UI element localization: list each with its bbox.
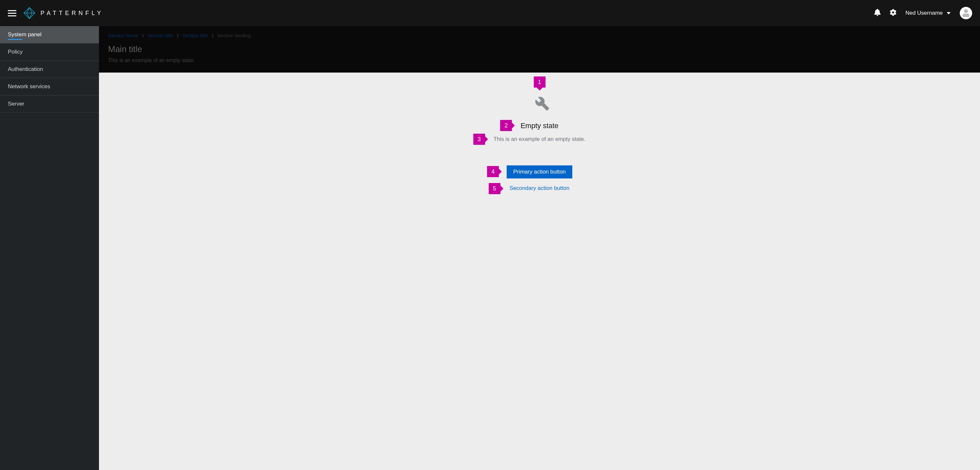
masthead-left: PATTERNFLY bbox=[8, 6, 103, 20]
sidebar-item-system-panel[interactable]: System panel bbox=[0, 26, 99, 43]
page-header: Section home ❯ Section title ❯ Section t… bbox=[99, 26, 980, 73]
callout-1: 1 bbox=[534, 76, 546, 88]
brand-name: PATTERNFLY bbox=[40, 10, 103, 17]
breadcrumb-link[interactable]: Section title bbox=[148, 33, 173, 38]
masthead: PATTERNFLY Ned Username bbox=[0, 0, 980, 26]
wrench-icon bbox=[530, 92, 549, 111]
brand-logo-icon bbox=[23, 6, 36, 20]
user-menu[interactable]: Ned Username bbox=[905, 10, 951, 16]
content-area: 1 2 Empty state 3 This is an example of … bbox=[99, 73, 980, 470]
avatar[interactable] bbox=[960, 7, 972, 19]
menu-toggle[interactable] bbox=[8, 10, 16, 16]
settings-button[interactable] bbox=[890, 9, 896, 17]
empty-state-title: Empty state bbox=[520, 121, 558, 130]
gear-icon bbox=[890, 9, 896, 16]
empty-state-title-wrap: 2 Empty state bbox=[520, 121, 558, 130]
primary-action-button[interactable]: 4 Primary action button bbox=[507, 166, 572, 178]
main: Section home ❯ Section title ❯ Section t… bbox=[99, 26, 980, 470]
primary-action-label: Primary action button bbox=[513, 169, 566, 175]
chevron-right-icon: ❯ bbox=[142, 33, 145, 38]
sidebar-item-authentication[interactable]: Authentication bbox=[0, 61, 99, 78]
caret-down-icon bbox=[947, 12, 951, 14]
breadcrumb-link[interactable]: Section title bbox=[182, 33, 208, 38]
empty-state-body: This is an example of an empty state. bbox=[493, 136, 586, 142]
masthead-right: Ned Username bbox=[874, 7, 972, 19]
sidebar-item-server[interactable]: Server bbox=[0, 96, 99, 113]
empty-state-body-wrap: 3 This is an example of an empty state. bbox=[493, 136, 586, 142]
sidebar-item-label: Policy bbox=[8, 49, 22, 55]
callout-4: 4 bbox=[487, 166, 499, 177]
empty-state-icon-wrap: 1 bbox=[530, 92, 549, 112]
username-label: Ned Username bbox=[905, 10, 943, 16]
breadcrumb: Section home ❯ Section title ❯ Section t… bbox=[108, 33, 971, 38]
brand[interactable]: PATTERNFLY bbox=[23, 6, 103, 20]
chevron-right-icon: ❯ bbox=[211, 33, 214, 38]
sidebar-item-label: Network services bbox=[8, 83, 50, 89]
user-icon bbox=[962, 9, 970, 17]
secondary-action-button[interactable]: 5 Secondary action button bbox=[506, 183, 573, 193]
page-title: Main title bbox=[108, 44, 971, 54]
notifications-button[interactable] bbox=[874, 9, 881, 18]
sidebar-item-label: System panel bbox=[8, 31, 41, 38]
empty-state: 1 2 Empty state 3 This is an example of … bbox=[415, 76, 664, 470]
breadcrumb-link[interactable]: Section home bbox=[108, 33, 138, 38]
sidebar-item-label: Authentication bbox=[8, 66, 43, 72]
breadcrumb-current: Section landing bbox=[217, 33, 251, 38]
sidebar-item-policy[interactable]: Policy bbox=[0, 43, 99, 61]
sidebar-item-network-services[interactable]: Network services bbox=[0, 78, 99, 96]
sidebar: System panel Policy Authentication Netwo… bbox=[0, 26, 99, 470]
callout-2: 2 bbox=[500, 120, 512, 131]
page-description: This is an example of an empty state. bbox=[108, 57, 971, 64]
secondary-action-label: Secondary action button bbox=[510, 185, 570, 191]
callout-5: 5 bbox=[489, 183, 500, 194]
callout-3: 3 bbox=[473, 134, 485, 145]
chevron-right-icon: ❯ bbox=[176, 33, 179, 38]
sidebar-item-label: Server bbox=[8, 101, 24, 107]
bell-icon bbox=[874, 9, 881, 16]
